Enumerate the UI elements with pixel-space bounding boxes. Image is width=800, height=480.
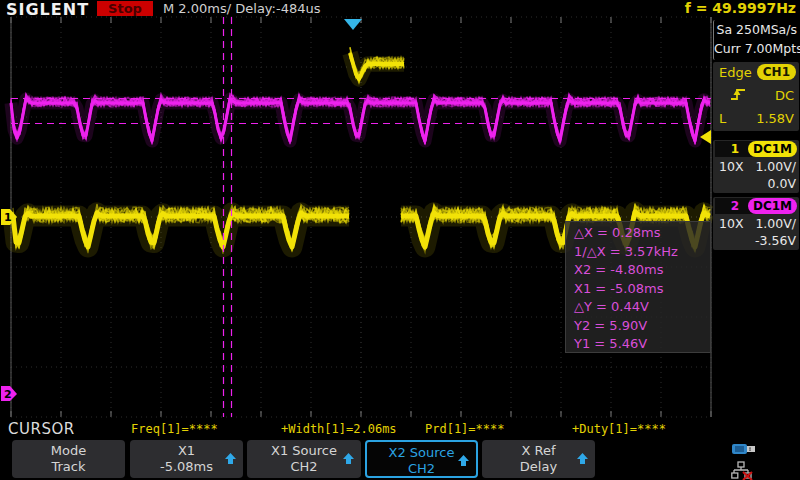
lan-disconnected-icon xyxy=(731,461,759,480)
sample-rate: Sa 250MSa/s xyxy=(714,20,799,39)
measurement-row: CURSOR Freq[1]=**** +Width[1]=2.06ms Prd… xyxy=(0,418,800,439)
trigger-mode: Edge xyxy=(719,65,752,80)
cursor-readout-box: △X = 0.28ms 1/△X = 3.57kHz X2 = -4.80ms … xyxy=(565,221,711,353)
trigger-delay-marker[interactable] xyxy=(344,19,362,30)
trigger-level-label: L xyxy=(719,111,726,126)
channel1-offset: 0.0V xyxy=(768,176,796,191)
menu-title: CURSOR xyxy=(8,420,75,438)
channel2-coupling-badge: DC1M xyxy=(748,198,797,214)
softkey-mode[interactable]: Mode Track xyxy=(12,440,125,478)
acquisition-info-panel[interactable]: Sa 250MSa/s Curr 7.00Mpts xyxy=(713,20,799,60)
channel1-info-panel[interactable]: 1 DC1M 10X 1.00V/ 0.0V xyxy=(713,140,799,193)
cursor-y2: Y2 = 5.90V xyxy=(574,317,710,336)
trigger-coupling: DC xyxy=(775,88,794,103)
measure-freq: Freq[1]=**** xyxy=(131,422,218,436)
trigger-source-badge: CH1 xyxy=(757,64,796,80)
usb-icon xyxy=(731,441,759,457)
channel1-scale: 1.00V/ xyxy=(755,159,796,174)
memory-depth: Curr 7.00Mpts xyxy=(714,39,799,58)
oscilloscope-screen: SIGLENT Stop M 2.00ms/ Delay:-484us f = … xyxy=(0,0,800,480)
softkey-x2-source[interactable]: X2 Source CH2 xyxy=(365,440,478,478)
rising-edge-icon xyxy=(729,86,747,106)
softkey-x-ref[interactable]: X Ref Delay xyxy=(482,440,595,478)
measure-pwidth: +Width[1]=2.06ms xyxy=(281,422,397,436)
softkey-x1-source[interactable]: X1 Source CH2 xyxy=(247,440,361,478)
trigger-info-panel[interactable]: Edge CH1 DC L 1.58V xyxy=(713,62,799,131)
cursor-dy: △Y = 0.44V xyxy=(574,298,710,317)
up-arrow-icon xyxy=(576,452,589,468)
ch2-offset-marker[interactable]: 2 xyxy=(1,386,17,401)
cursor-dx: △X = 0.28ms xyxy=(574,224,710,243)
cursor-x1: X1 = -5.08ms xyxy=(574,280,710,299)
channel1-coupling-badge: DC1M xyxy=(748,141,797,157)
cursor-x2: X2 = -4.80ms xyxy=(574,261,710,280)
trigger-level-value: 1.58V xyxy=(756,111,794,126)
svg-text:1: 1 xyxy=(4,211,12,224)
cursor-inv-dx: 1/△X = 3.57kHz xyxy=(574,243,710,262)
channel2-info-panel[interactable]: 2 DC1M 10X 1.00V/ -3.56V xyxy=(713,197,799,250)
up-arrow-icon xyxy=(342,452,355,468)
softkey-x1[interactable]: X1 -5.08ms xyxy=(130,440,243,478)
measure-period: Prd[1]=**** xyxy=(425,422,504,436)
up-arrow-icon xyxy=(457,454,470,470)
channel2-offset: -3.56V xyxy=(755,233,796,248)
measure-duty: +Duty[1]=**** xyxy=(572,422,666,436)
channel2-probe: 10X xyxy=(719,216,743,231)
cursor-y1: Y1 = 5.46V xyxy=(574,335,710,354)
channel2-scale: 1.00V/ xyxy=(755,216,796,231)
svg-text:2: 2 xyxy=(4,388,12,401)
up-arrow-icon xyxy=(224,452,237,468)
channel1-probe: 10X xyxy=(719,159,743,174)
